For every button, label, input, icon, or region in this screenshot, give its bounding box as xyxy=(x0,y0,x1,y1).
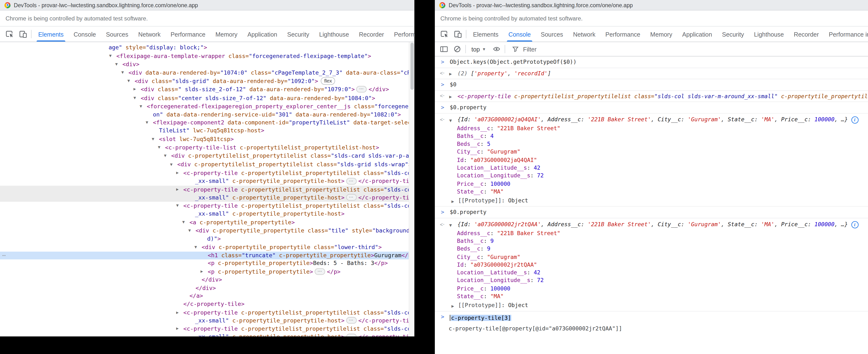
object-property-row[interactable]: Beds__c: 9 xyxy=(457,245,868,253)
info-icon[interactable]: i xyxy=(851,116,858,123)
tab-security[interactable]: Security xyxy=(282,27,314,41)
console-command[interactable]: >$0 xyxy=(435,79,868,90)
dom-tree-line[interactable]: ▶<c-property-tile c-propertytilelist_pro… xyxy=(0,308,409,317)
collapse-arrow-icon[interactable]: ▼ xyxy=(164,152,171,160)
dom-tree-line[interactable]: ▶<div class=" slds-size_2-of-12" data-au… xyxy=(0,86,409,94)
dom-tree-line[interactable]: </div> xyxy=(0,284,409,292)
expand-arrow-icon[interactable]: ▶ xyxy=(200,268,208,276)
tab-lighthouse[interactable]: Lighthouse xyxy=(314,27,354,41)
tab-network[interactable]: Network xyxy=(568,27,600,41)
dom-tree-line[interactable]: ▼<div data-aura-rendered-by="1074:0" cla… xyxy=(0,68,409,77)
titlebar[interactable]: DevTools - provar-lwc--lwctesting.sandbo… xyxy=(435,0,868,10)
javascript-context-selector[interactable]: top ▼ xyxy=(468,46,490,53)
expand-arrow-icon[interactable]: ▶ xyxy=(449,93,452,100)
object-property-row[interactable]: Id: "a073G000002jaQ4QAI" xyxy=(457,156,868,164)
object-property-row[interactable]: State__c: "MA" xyxy=(457,293,868,301)
object-property-row[interactable]: Price__c: 100000 xyxy=(457,285,868,293)
expand-arrow-icon[interactable]: ▶ xyxy=(452,197,454,206)
dom-tree-line[interactable]: _xx-small" c-propertytile_propertytile-h… xyxy=(0,210,409,218)
dom-tree-line[interactable]: ▼<div> xyxy=(0,60,409,68)
tab-elements[interactable]: Elements xyxy=(33,27,68,41)
dom-tree-line[interactable]: ▼<div c-propertytile_propertytile class=… xyxy=(0,243,409,252)
object-preview-row[interactable]: <·▼{Id: 'a073G000002jr2tQAA', Address__c… xyxy=(435,220,868,228)
console-object-result[interactable]: <·▼{Id: 'a073G000002jr2tQAA', Address__c… xyxy=(435,218,868,312)
object-property-row[interactable]: City__c: "Gurugram" xyxy=(457,148,868,156)
dom-tree-line[interactable]: ▼<div c-propertytile_propertytile class=… xyxy=(0,227,409,235)
dom-tree-line[interactable]: ▶<c-property-tile c-propertytilelist_pro… xyxy=(0,185,409,194)
tab-console[interactable]: Console xyxy=(503,27,536,41)
collapse-arrow-icon[interactable]: ▼ xyxy=(115,60,122,68)
dom-tree-line[interactable]: ▼<forcegenerated-flexipageregion_propert… xyxy=(0,102,409,111)
console-result[interactable]: <·▶(2) ['property', 'recordId'] xyxy=(435,68,868,79)
show-more-button[interactable]: ⋯ xyxy=(356,86,367,93)
console-object-result[interactable]: <·▼{Id: 'a073G000002jaQ4QAI', Address__c… xyxy=(435,113,868,207)
object-property-row[interactable]: Address__c: "221B Baker Street" xyxy=(457,229,868,237)
autocomplete-suggestion[interactable]: c-property-tile[@property[@id="a073G0000… xyxy=(435,324,868,334)
tab-lighthouse[interactable]: Lighthouse xyxy=(749,27,788,41)
expand-arrow-icon[interactable]: ▶ xyxy=(176,325,183,333)
line-hint-icon[interactable]: ⋯ xyxy=(2,252,5,260)
tab-memory[interactable]: Memory xyxy=(645,27,677,41)
show-more-button[interactable]: ⋯ xyxy=(346,194,357,201)
dom-tree-line[interactable]: ▼<div c-propertytilelist_propertytilelis… xyxy=(0,152,409,160)
console-filter[interactable]: Filter xyxy=(507,44,540,54)
expand-arrow-icon[interactable]: ▶ xyxy=(176,308,183,317)
object-property-row[interactable]: Location__Latitude__s: 42 xyxy=(457,269,868,277)
dom-tree-line[interactable]: ▶<p c-propertytile_propertytile>⋯</p> xyxy=(0,268,409,276)
dom-tree-line[interactable]: ▼<c-property-tile c-propertytilelist_pro… xyxy=(0,202,409,210)
show-more-button[interactable]: ⋯ xyxy=(346,333,357,336)
vertical-scrollbar[interactable] xyxy=(409,42,414,336)
console-input-text[interactable]: c-property-tile[3] xyxy=(451,315,511,321)
dom-tree-line[interactable]: ▼<div class="center slds-size_7-of-12" d… xyxy=(0,94,409,102)
console-sidebar-icon[interactable] xyxy=(437,42,450,56)
dom-tree-line[interactable]: ▼<c-property-tile-list c-propertytilelis… xyxy=(0,144,409,152)
object-property-row[interactable]: Baths__c: 4 xyxy=(457,132,868,140)
collapse-arrow-icon[interactable]: ▼ xyxy=(194,243,202,251)
object-property-row[interactable]: City__c: "Gurugram" xyxy=(457,253,868,261)
device-toolbar-icon[interactable] xyxy=(16,27,29,41)
tab-security[interactable]: Security xyxy=(717,27,749,41)
console-command[interactable]: >$0.property xyxy=(435,102,868,113)
dom-tree-line[interactable]: ▶<c-property-tile c-propertytilelist_pro… xyxy=(0,169,409,177)
collapse-arrow-icon[interactable]: ▼ xyxy=(176,202,183,210)
inspect-element-icon[interactable] xyxy=(437,27,451,41)
collapse-arrow-icon[interactable]: ▼ xyxy=(449,221,452,229)
expand-arrow-icon[interactable]: ▶ xyxy=(133,86,141,94)
dom-tree-line[interactable]: ▶<c-property-tile c-propertytilelist_pro… xyxy=(0,325,409,333)
console-result[interactable]: <·▶<c-property-tile c-propertytilelist_p… xyxy=(435,91,868,102)
tab-performance-insights[interactable]: Performance insights xyxy=(824,27,868,41)
dom-tree-line[interactable]: TileList" lwc-7uq5q81tcsp-host> xyxy=(0,127,409,135)
object-property-row[interactable]: State__c: "MA" xyxy=(457,188,868,196)
tab-performance[interactable]: Performance xyxy=(600,27,645,41)
tab-sources[interactable]: Sources xyxy=(536,27,568,41)
collapse-arrow-icon[interactable]: ▼ xyxy=(140,102,147,111)
object-property-row[interactable]: Address__c: "221B Baker Street" xyxy=(457,124,868,132)
dom-tree-line[interactable]: _xx-small" c-propertytile_propertytile-h… xyxy=(0,177,409,185)
live-expression-eye-icon[interactable] xyxy=(490,42,503,56)
collapse-arrow-icon[interactable]: ▼ xyxy=(158,144,165,152)
tab-elements[interactable]: Elements xyxy=(468,27,503,41)
dom-tree-line[interactable]: ▼<div c-propertytilelist_propertytilelis… xyxy=(0,160,409,169)
object-property-row[interactable]: Location__Longitude__s: 72 xyxy=(457,277,868,285)
collapse-arrow-icon[interactable]: ▼ xyxy=(127,77,135,85)
show-more-button[interactable]: ⋯ xyxy=(346,178,357,184)
tab-sources[interactable]: Sources xyxy=(101,27,133,41)
object-preview-row[interactable]: <·▼{Id: 'a073G000002jaQ4QAI', Address__c… xyxy=(435,115,868,123)
prototype-row[interactable]: ▶[[Prototype]]: Object xyxy=(435,301,868,309)
collapse-arrow-icon[interactable]: ▼ xyxy=(146,119,153,127)
prototype-row[interactable]: ▶[[Prototype]]: Object xyxy=(435,196,868,205)
console-input[interactable]: >c-property-tile[3] xyxy=(435,312,868,324)
collapse-arrow-icon[interactable]: ▼ xyxy=(170,160,177,169)
dom-tree-line[interactable]: _xx-small" c-propertytile_propertytile-h… xyxy=(0,333,409,336)
dom-tree-line[interactable]: ▼<div class="slds-grid" data-aura-render… xyxy=(0,77,409,86)
dom-tree-line[interactable]: </div> xyxy=(0,276,409,284)
show-more-button[interactable]: ⋯ xyxy=(315,268,326,275)
collapse-arrow-icon[interactable]: ▼ xyxy=(152,135,159,143)
expand-arrow-icon[interactable]: ▶ xyxy=(176,169,183,177)
dom-tree-line[interactable]: _xx-small" c-propertytile_propertytile-h… xyxy=(0,194,409,202)
dom-tree-line[interactable]: age" style="display: block;"> xyxy=(0,44,409,52)
tab-application[interactable]: Application xyxy=(242,27,282,41)
expand-arrow-icon[interactable]: ▶ xyxy=(176,185,183,194)
console-command[interactable]: >Object.keys(Object.getPrototypeOf($0)) xyxy=(435,57,868,68)
collapse-arrow-icon[interactable]: ▼ xyxy=(109,52,116,60)
